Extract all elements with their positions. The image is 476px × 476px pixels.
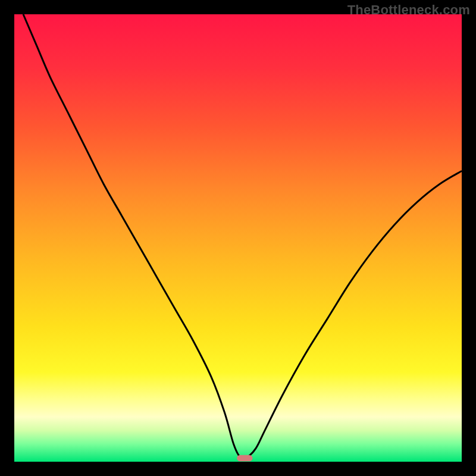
watermark-text: TheBottleneck.com	[347, 2, 470, 18]
chart-svg	[14, 14, 462, 462]
optimum-marker	[237, 455, 252, 462]
chart-background-gradient	[14, 14, 462, 462]
chart-frame: TheBottleneck.com	[0, 0, 476, 476]
chart-plot-area	[14, 14, 462, 462]
